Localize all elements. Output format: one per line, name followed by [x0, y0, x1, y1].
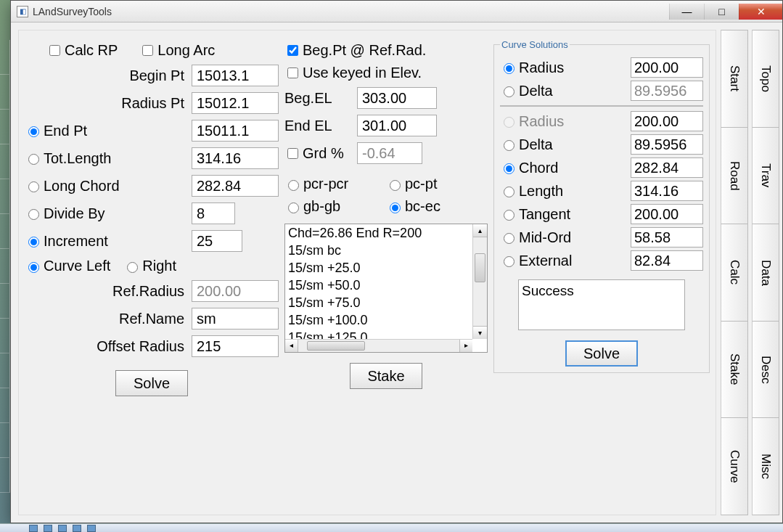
tab-trav[interactable]: Trav	[752, 127, 779, 225]
tab-curve[interactable]: Curve	[721, 417, 748, 515]
scroll-thumb[interactable]	[475, 253, 485, 282]
tab-desc[interactable]: Desc	[752, 321, 779, 419]
cs-chord-radio[interactable]: Chord	[500, 160, 626, 176]
end-el-field[interactable]	[357, 115, 437, 136]
log-line: 15/sm bc	[288, 242, 471, 259]
curve-right-radio[interactable]: Right	[123, 258, 176, 274]
tot-length-radio[interactable]: Tot.Length	[25, 150, 192, 167]
log-line: 15/sm +100.0	[288, 311, 471, 329]
end-pt-field[interactable]	[192, 120, 279, 142]
increment-field[interactable]	[192, 230, 242, 252]
log-line: Chd=26.86 End R=200	[288, 224, 471, 242]
divide-by-label: Divide By	[44, 205, 104, 222]
horizontal-scrollbar[interactable]: ◂ ▸	[285, 339, 472, 352]
scroll-up-icon[interactable]: ▴	[473, 224, 487, 237]
calc-rp-checkbox[interactable]: Calc RP	[46, 42, 118, 59]
beg-el-label: Beg.EL	[284, 90, 357, 107]
scroll-thumb[interactable]	[307, 341, 365, 351]
grd-field[interactable]	[357, 142, 422, 164]
log-line: 15/sm +75.0	[288, 294, 471, 311]
end-el-label: End EL	[284, 118, 357, 134]
long-chord-radio[interactable]: Long Chord	[25, 178, 192, 195]
curve-legend: Curve Solutions	[500, 39, 570, 50]
calc-rp-label: Calc RP	[65, 42, 118, 59]
ref-name-label: Ref.Name	[25, 311, 192, 327]
increment-radio[interactable]: Increment	[25, 233, 192, 250]
scroll-left-icon[interactable]: ◂	[285, 340, 298, 352]
bc-ec-radio[interactable]: bc-ec	[386, 198, 488, 215]
curve-left-label: Curve Left	[44, 258, 110, 274]
long-chord-label: Long Chord	[44, 178, 120, 195]
long-chord-field[interactable]	[192, 175, 279, 197]
gb-gb-radio[interactable]: gb-gb	[284, 198, 386, 215]
scroll-down-icon[interactable]: ▾	[473, 326, 487, 339]
close-button[interactable]: ✕	[739, 4, 782, 20]
scroll-right-icon[interactable]: ▸	[459, 340, 472, 352]
solve-button-right[interactable]: Solve	[565, 340, 638, 367]
app-icon: ◧	[17, 6, 28, 17]
cs-midord-radio[interactable]: Mid-Ord	[500, 229, 626, 246]
cs-external-field[interactable]	[631, 250, 703, 271]
minimize-button[interactable]: —	[669, 4, 704, 20]
cs-top-delta-field[interactable]	[631, 81, 703, 101]
tab-start[interactable]: Start	[721, 30, 748, 128]
maximize-button[interactable]: □	[704, 4, 739, 20]
tab-misc[interactable]: Misc	[752, 417, 779, 515]
cs-external-radio[interactable]: External	[500, 253, 626, 269]
long-arc-checkbox[interactable]: Long Arc	[139, 42, 215, 59]
divide-by-field[interactable]	[192, 202, 235, 224]
tab-calc[interactable]: Calc	[721, 224, 748, 322]
cs-delta-radio[interactable]: Delta	[500, 136, 626, 153]
taskbar[interactable]	[0, 523, 783, 532]
tab-data[interactable]: Data	[752, 224, 779, 322]
curve-left-radio[interactable]: Curve Left	[25, 258, 110, 274]
vertical-scrollbar[interactable]: ▴ ▾	[472, 224, 487, 339]
tab-stake[interactable]: Stake	[721, 321, 748, 419]
offset-radius-field[interactable]	[192, 335, 279, 357]
cs-delta-field[interactable]	[631, 134, 703, 155]
pc-pt-radio[interactable]: pc-pt	[386, 176, 488, 192]
pcr-pcr-radio[interactable]: pcr-pcr	[284, 176, 386, 192]
ref-radius-label: Ref.Radius	[25, 283, 192, 300]
tot-length-field[interactable]	[192, 147, 279, 169]
stake-button[interactable]: Stake	[350, 363, 422, 389]
cs-chord-field[interactable]	[631, 157, 703, 178]
end-pt-label: End Pt	[44, 123, 87, 139]
window-title: LAndSurveyTools	[33, 6, 112, 17]
tab-topo[interactable]: Topo	[752, 30, 779, 128]
log-line: 15/sm +50.0	[288, 277, 471, 294]
solve-button-left[interactable]: Solve	[115, 370, 188, 396]
cs-radius-field[interactable]	[631, 111, 703, 131]
grd-checkbox[interactable]: Grd %	[284, 145, 357, 162]
end-pt-radio[interactable]: End Pt	[25, 123, 192, 139]
long-arc-label: Long Arc	[157, 42, 215, 59]
log-line: 15/sm +25.0	[288, 259, 471, 277]
use-keyed-checkbox[interactable]: Use keyed in Elev.	[284, 65, 422, 81]
status-textbox[interactable]	[518, 279, 685, 330]
ref-name-field[interactable]	[192, 308, 279, 330]
cs-top-radius-field[interactable]	[631, 57, 703, 78]
cs-top-radius-radio[interactable]: Radius	[500, 60, 626, 76]
cs-length-radio[interactable]: Length	[500, 183, 626, 200]
beg-el-field[interactable]	[357, 87, 437, 109]
cs-tangent-radio[interactable]: Tangent	[500, 206, 626, 223]
cs-tangent-field[interactable]	[631, 204, 703, 224]
begin-pt-label: Begin Pt	[25, 67, 192, 84]
radius-pt-field[interactable]	[192, 92, 279, 114]
log-listbox[interactable]: Chd=26.86 End R=200 15/sm bc 15/sm +25.0…	[284, 224, 488, 353]
begin-pt-field[interactable]	[192, 65, 279, 86]
offset-radius-label: Offset Radius	[25, 338, 192, 355]
cs-top-delta-radio[interactable]: Delta	[500, 83, 626, 99]
cs-midord-field[interactable]	[631, 227, 703, 247]
cs-radius-radio: Radius	[500, 113, 626, 130]
use-keyed-label: Use keyed in Elev.	[303, 65, 422, 81]
beg-pt-ref-checkbox[interactable]: Beg.Pt @ Ref.Rad.	[284, 42, 426, 59]
radius-pt-label: Radius Pt	[25, 95, 192, 112]
tab-road[interactable]: Road	[721, 127, 748, 225]
ref-radius-field[interactable]	[192, 280, 279, 302]
cs-length-field[interactable]	[631, 181, 703, 201]
app-window: ◧ LAndSurveyTools — □ ✕ Calc RP Long Arc…	[10, 0, 783, 523]
divide-by-radio[interactable]: Divide By	[25, 205, 192, 222]
curve-right-label: Right	[142, 258, 176, 274]
titlebar[interactable]: ◧ LAndSurveyTools — □ ✕	[11, 1, 782, 22]
